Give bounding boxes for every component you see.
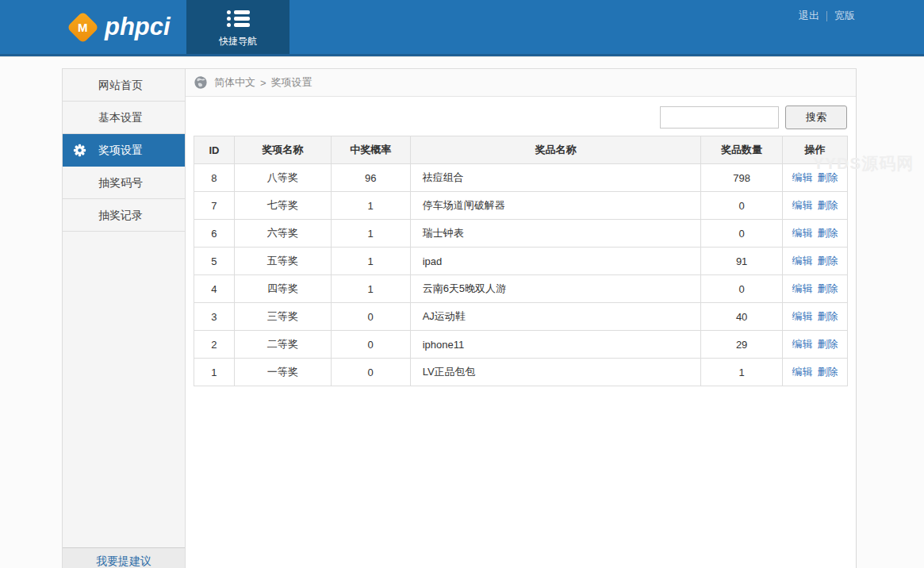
cell-prize-name: AJ运动鞋 [410, 303, 701, 331]
cell-prize-level: 二等奖 [234, 331, 331, 359]
cell-id: 1 [194, 359, 235, 386]
edit-link[interactable]: 编辑 [792, 255, 813, 267]
delete-link[interactable]: 删除 [818, 227, 838, 239]
delete-link[interactable]: 删除 [818, 310, 838, 322]
cell-probability: 1 [331, 248, 410, 275]
sidebar-item-label: 抽奖记录 [98, 209, 143, 221]
cell-id: 5 [194, 248, 235, 275]
breadcrumb-separator: > [260, 77, 266, 89]
edit-link[interactable]: 编辑 [792, 171, 813, 183]
cell-probability: 96 [331, 164, 410, 192]
cell-id: 3 [194, 303, 235, 331]
delete-link[interactable]: 删除 [818, 199, 838, 211]
quick-nav-button[interactable]: 快捷导航 [186, 0, 289, 54]
cell-quantity: 40 [701, 303, 783, 331]
delete-link[interactable]: 删除 [818, 171, 838, 183]
table-row: 3 三等奖 0 AJ运动鞋 40 编辑删除 [194, 303, 848, 331]
delete-link[interactable]: 删除 [818, 338, 838, 350]
logo[interactable]: M phpci [71, 0, 171, 54]
cell-id: 8 [194, 164, 235, 192]
sidebar: 网站首页 基本设置 奖项设置 [62, 69, 186, 568]
table-row: 2 二等奖 0 iphone11 29 编辑删除 [194, 331, 848, 359]
sidebar-item-label: 奖项设置 [98, 144, 143, 156]
cell-probability: 0 [331, 359, 410, 386]
sidebar-item-prize-settings[interactable]: 奖项设置 [63, 134, 185, 167]
cell-prize-name: 祛痘组合 [410, 164, 701, 192]
sidebar-item-label: 网站首页 [98, 79, 143, 91]
cell-prize-name: 停车场道闸破解器 [410, 192, 701, 220]
breadcrumb-current: 奖项设置 [271, 75, 312, 90]
cell-prize-name: LV正品包包 [410, 359, 701, 386]
cell-probability: 0 [331, 303, 410, 331]
edit-link[interactable]: 编辑 [792, 310, 813, 322]
sidebar-item-lottery-records[interactable]: 抽奖记录 [63, 199, 185, 232]
col-probability: 中奖概率 [331, 136, 410, 164]
delete-link[interactable]: 删除 [818, 255, 838, 267]
logo-badge: M [78, 21, 88, 34]
list-menu-icon [227, 8, 250, 29]
cell-prize-level: 三等奖 [234, 303, 331, 331]
header-links-divider [826, 11, 827, 21]
logo-diamond-icon: M [67, 10, 99, 43]
cell-probability: 1 [331, 220, 410, 248]
search-input[interactable] [660, 106, 779, 129]
suggestion-section: 我要提建议 [63, 547, 185, 568]
logo-text: phpci [105, 13, 171, 41]
breadcrumb-language[interactable]: 简体中文 [214, 75, 255, 90]
sidebar-item-basic-settings[interactable]: 基本设置 [63, 102, 185, 134]
edit-link[interactable]: 编辑 [792, 282, 813, 294]
cell-quantity: 1 [701, 359, 783, 386]
suggestion-link[interactable]: 我要提建议 [96, 555, 151, 567]
wide-version-link[interactable]: 宽版 [834, 9, 855, 23]
cell-actions: 编辑删除 [783, 164, 848, 192]
cell-actions: 编辑删除 [783, 220, 848, 248]
cell-quantity: 0 [701, 192, 783, 220]
edit-link[interactable]: 编辑 [792, 366, 813, 378]
table-row: 1 一等奖 0 LV正品包包 1 编辑删除 [194, 359, 848, 386]
top-header: M phpci 快捷导航 退出 宽版 [0, 0, 924, 56]
cell-actions: 编辑删除 [783, 192, 848, 220]
col-prize-name: 奖品名称 [410, 136, 701, 164]
delete-link[interactable]: 删除 [818, 282, 838, 294]
sidebar-item-label: 抽奖码号 [98, 176, 143, 189]
cell-quantity: 798 [701, 164, 783, 192]
table-row: 5 五等奖 1 ipad 91 编辑删除 [194, 248, 848, 275]
cell-prize-name: ipad [410, 248, 701, 275]
col-quantity: 奖品数量 [701, 136, 783, 164]
cell-id: 7 [194, 192, 235, 220]
cell-prize-name: 云南6天5晚双人游 [410, 275, 701, 303]
main-panel: 简体中文 > 奖项设置 搜索 ID 奖项名称 中奖概率 奖品名称 奖品数量 操作 [186, 69, 857, 568]
cell-probability: 1 [331, 275, 410, 303]
table-body: 8 八等奖 96 祛痘组合 798 编辑删除 7 七等奖 1 停车场道闸破解器 … [194, 164, 848, 386]
search-row: 搜索 [186, 106, 856, 129]
delete-link[interactable]: 删除 [818, 366, 838, 378]
page-container: 网站首页 基本设置 奖项设置 [62, 68, 857, 568]
breadcrumb: 简体中文 > 奖项设置 [186, 69, 856, 97]
table-row: 6 六等奖 1 瑞士钟表 0 编辑删除 [194, 220, 848, 248]
logout-link[interactable]: 退出 [799, 9, 819, 23]
cell-prize-name: 瑞士钟表 [410, 220, 701, 248]
search-button[interactable]: 搜索 [785, 106, 847, 129]
cell-quantity: 91 [701, 248, 783, 275]
cell-probability: 0 [331, 331, 410, 359]
table-row: 4 四等奖 1 云南6天5晚双人游 0 编辑删除 [194, 275, 848, 303]
cell-prize-level: 七等奖 [234, 192, 331, 220]
cell-probability: 1 [331, 192, 410, 220]
cell-id: 6 [194, 220, 235, 248]
sidebar-item-home[interactable]: 网站首页 [63, 69, 185, 102]
gear-icon [73, 144, 86, 157]
cell-actions: 编辑删除 [783, 331, 848, 359]
cell-prize-level: 五等奖 [234, 248, 331, 275]
sidebar-item-lottery-codes[interactable]: 抽奖码号 [63, 167, 185, 199]
cell-quantity: 0 [701, 220, 783, 248]
sidebar-item-label: 基本设置 [98, 111, 143, 124]
cell-prize-level: 八等奖 [234, 164, 331, 192]
edit-link[interactable]: 编辑 [792, 199, 813, 211]
col-prize-level: 奖项名称 [234, 136, 331, 164]
table-row: 7 七等奖 1 停车场道闸破解器 0 编辑删除 [194, 192, 848, 220]
edit-link[interactable]: 编辑 [792, 338, 813, 350]
edit-link[interactable]: 编辑 [792, 227, 813, 239]
cell-quantity: 0 [701, 275, 783, 303]
cell-actions: 编辑删除 [783, 359, 848, 386]
table-header: ID 奖项名称 中奖概率 奖品名称 奖品数量 操作 [194, 136, 848, 164]
